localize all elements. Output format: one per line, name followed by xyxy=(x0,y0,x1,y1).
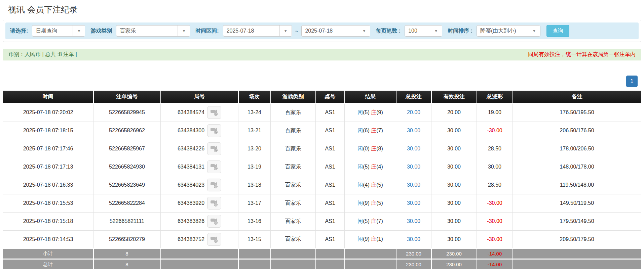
bet-id-cell: 522665822284 xyxy=(93,194,161,212)
chevron-down-icon: ▼ xyxy=(430,26,442,36)
video-replay-button[interactable] xyxy=(207,106,221,119)
total-bet-cell: 30.00 xyxy=(396,176,431,194)
subtotal-row: 小计 8 230.00 230.00 -14.00 xyxy=(3,248,641,259)
page-size-value: 100 xyxy=(405,26,430,36)
banker-score: (7) xyxy=(376,218,383,224)
valid-bet-cell: 20.00 xyxy=(431,103,477,122)
game-cell: 百家乐 xyxy=(271,122,316,140)
player-label: 闲 xyxy=(357,182,363,188)
result-cell: 闲(0) 庄(8) xyxy=(345,140,396,158)
total-bet-link[interactable]: 30.00 xyxy=(407,128,420,133)
total-bet-link[interactable]: 30.00 xyxy=(407,146,420,151)
video-replay-button[interactable] xyxy=(207,179,221,191)
query-type-select[interactable]: 日期查询 ▼ xyxy=(32,25,85,37)
round-id-cell: 634384226 xyxy=(161,140,238,158)
col-header-total-bet: 总投注 xyxy=(396,91,431,103)
time-sort-value: 降幂(由大到小) xyxy=(477,26,528,36)
video-replay-button[interactable] xyxy=(207,124,221,137)
banker-label: 庄 xyxy=(371,146,376,151)
remark-cell: 148.00/178.00 xyxy=(513,158,641,176)
bet-id-cell: 522665821111 xyxy=(93,212,161,230)
result-cell: 闲(5) 庄(9) xyxy=(345,103,396,122)
table-no-cell: AS1 xyxy=(316,194,345,212)
player-label: 闲 xyxy=(357,236,363,242)
video-camera-icon xyxy=(210,181,218,189)
result-cell: 闲(9) 庄(5) xyxy=(345,194,396,212)
round-id-cell: 634384574 xyxy=(161,103,238,122)
player-score: (5) xyxy=(363,164,370,170)
player-score: (6) xyxy=(363,128,370,133)
banker-label: 庄 xyxy=(371,164,376,170)
result-cell: 闲(6) 庄(7) xyxy=(345,122,396,140)
result-cell: 闲(5) 庄(4) xyxy=(345,158,396,176)
round-id: 634383920 xyxy=(178,200,204,206)
video-camera-icon xyxy=(210,127,218,134)
pagination-top: 1 xyxy=(0,76,644,87)
banker-score: (4) xyxy=(376,164,383,170)
bet-id-cell: 522665823649 xyxy=(93,176,161,194)
time-cell: 2025-07-18 07:17:46 xyxy=(3,140,93,158)
player-score: (9) xyxy=(363,200,370,206)
time-cell: 2025-07-18 07:20:02 xyxy=(3,103,93,122)
banker-score: (5) xyxy=(376,200,383,206)
total-bet-link[interactable]: 20.00 xyxy=(407,109,420,115)
valid-bet-cell: 30.00 xyxy=(431,194,477,212)
session-cell: 13-19 xyxy=(238,158,271,176)
session-cell: 13-15 xyxy=(238,230,271,248)
subtotal-total-bet: 230.00 xyxy=(396,248,431,259)
video-replay-button[interactable] xyxy=(207,142,221,155)
round-id: 634383752 xyxy=(178,236,204,242)
bet-id-cell: 522665820279 xyxy=(93,230,161,248)
banker-label: 庄 xyxy=(371,218,376,224)
payout-cell: 19.00 xyxy=(477,103,513,122)
video-camera-icon xyxy=(210,109,218,116)
total-bet-link[interactable]: 30.00 xyxy=(407,236,420,242)
banker-label: 庄 xyxy=(371,236,376,242)
remark-cell: 149.50/119.50 xyxy=(513,194,641,212)
table-row: 2025-07-18 07:20:02 522665829945 6343845… xyxy=(3,103,641,122)
total-bet-link[interactable]: 30.00 xyxy=(407,164,420,170)
bet-id-cell: 522665825967 xyxy=(93,140,161,158)
game-category-select[interactable]: 百家乐 ▼ xyxy=(116,25,190,37)
payout-cell: -30.00 xyxy=(477,122,513,140)
video-replay-button[interactable] xyxy=(207,197,221,210)
table-row: 2025-07-18 07:17:46 522665825967 6343842… xyxy=(3,140,641,158)
banker-label: 庄 xyxy=(371,128,376,133)
subtotal-valid-bet: 230.00 xyxy=(431,248,477,259)
remark-cell: 206.50/176.50 xyxy=(513,122,641,140)
player-label: 闲 xyxy=(357,200,363,206)
player-label: 闲 xyxy=(357,218,363,224)
time-sort-select[interactable]: 降幂(由大到小) ▼ xyxy=(477,25,540,37)
page-1-button[interactable]: 1 xyxy=(626,76,638,87)
total-bet-link[interactable]: 30.00 xyxy=(407,218,420,224)
total-bet-link[interactable]: 30.00 xyxy=(407,182,420,188)
round-id: 634384131 xyxy=(178,164,204,170)
total-bet-link[interactable]: 30.00 xyxy=(407,200,420,206)
round-id-cell: 634383826 xyxy=(161,212,238,230)
bet-id-cell: 522665829945 xyxy=(93,103,161,122)
video-replay-button[interactable] xyxy=(207,233,221,246)
video-replay-button[interactable] xyxy=(207,215,221,228)
date-from-select[interactable]: 2025-07-18 ▼ xyxy=(223,25,292,37)
banker-label: 庄 xyxy=(371,182,376,188)
table-no-cell: AS1 xyxy=(316,212,345,230)
video-camera-icon xyxy=(210,199,218,207)
date-to-select[interactable]: 2025-07-18 ▼ xyxy=(301,25,370,37)
payout-cell: -30.00 xyxy=(477,194,513,212)
query-type-value: 日期查询 xyxy=(32,26,73,36)
payout-cell: 30.00 xyxy=(477,158,513,176)
search-button[interactable]: 查询 xyxy=(546,25,569,37)
table-no-cell: AS1 xyxy=(316,140,345,158)
player-label: 闲 xyxy=(357,164,363,170)
video-replay-button[interactable] xyxy=(207,160,221,173)
banker-label: 庄 xyxy=(371,109,376,115)
total-bet-cell: 30.00 xyxy=(396,212,431,230)
round-id: 634384226 xyxy=(178,146,204,152)
total-label: 总计 xyxy=(3,259,93,269)
total-row: 总计 8 230.00 230.00 -14.00 xyxy=(3,259,641,269)
payout-cell: 28.50 xyxy=(477,140,513,158)
session-cell: 13-17 xyxy=(238,194,271,212)
page-size-select[interactable]: 100 ▼ xyxy=(405,25,442,37)
player-score: (5) xyxy=(363,109,370,115)
table-no-cell: AS1 xyxy=(316,122,345,140)
